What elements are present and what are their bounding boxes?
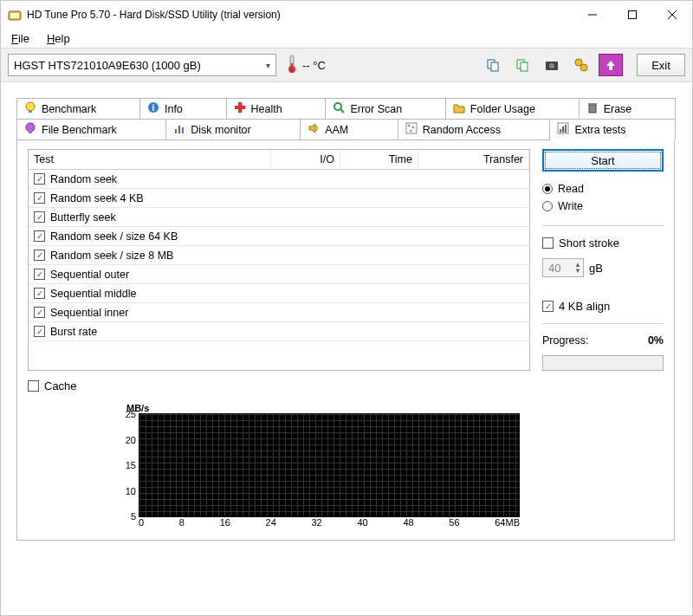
test-label: Random seek / size 8 MB	[50, 250, 173, 262]
cache-checkbox[interactable]: Cache	[28, 379, 664, 392]
menu-help[interactable]: Help	[40, 30, 77, 47]
table-row[interactable]: ✓Random seek / size 8 MB	[29, 246, 529, 265]
svg-rect-26	[588, 103, 597, 105]
close-button[interactable]	[652, 1, 692, 29]
maximize-button[interactable]	[612, 1, 652, 29]
svg-rect-1	[10, 13, 19, 18]
svg-rect-30	[178, 126, 180, 133]
table-row[interactable]: ✓Random seek 4 KB	[29, 189, 529, 208]
svg-point-15	[575, 59, 582, 66]
titlebar: HD Tune Pro 5.70 - Hard Disk/SSD Utility…	[1, 1, 692, 29]
svg-rect-3	[629, 11, 637, 19]
info-icon: i	[147, 101, 159, 116]
checkbox-icon	[28, 380, 39, 392]
svg-point-27	[26, 123, 35, 132]
save-button[interactable]	[599, 54, 623, 76]
tab-info[interactable]: iInfo	[139, 98, 227, 119]
tab-error-scan[interactable]: Error Scan	[325, 98, 445, 119]
column-io[interactable]: I/O	[271, 150, 340, 169]
progress-value: 0%	[648, 334, 664, 347]
tab-disk-monitor[interactable]: Disk monitor	[165, 119, 301, 139]
svg-rect-32	[406, 123, 417, 133]
svg-rect-10	[491, 62, 498, 71]
svg-point-14	[549, 63, 554, 68]
magnifier-icon	[333, 101, 345, 116]
column-test[interactable]: Test	[29, 150, 271, 169]
table-row[interactable]: ✓Butterfly seek	[29, 208, 529, 227]
spinner-arrows-icon: ▲▼	[574, 262, 581, 274]
copy-info-button[interactable]	[481, 53, 505, 77]
progress-bar	[542, 355, 664, 371]
svg-rect-28	[29, 131, 32, 133]
temperature-value: -- °C	[302, 59, 326, 72]
screenshot-button[interactable]	[540, 53, 564, 77]
start-button[interactable]: Start	[542, 149, 664, 172]
short-stroke-checkbox[interactable]: Short stroke	[542, 237, 664, 250]
align-checkbox[interactable]: ✓4 KB align	[542, 300, 664, 313]
menubar: File Help	[1, 29, 692, 48]
table-row[interactable]: ✓Sequential outer	[29, 265, 529, 284]
folder-icon	[453, 101, 465, 116]
checkbox-icon: ✓	[34, 211, 45, 223]
drive-select[interactable]: HGST HTS721010A9E630 (1000 gB) ▾	[8, 54, 276, 76]
speaker-icon	[308, 122, 320, 137]
table-row[interactable]: ✓Sequential inner	[29, 303, 529, 322]
tab-extra-tests[interactable]: Extra tests	[549, 119, 675, 139]
trash-icon	[586, 101, 599, 116]
checkbox-icon: ✓	[34, 269, 45, 280]
svg-point-34	[412, 126, 414, 128]
window-title: HD Tune Pro 5.70 - Hard Disk/SSD Utility…	[27, 9, 573, 21]
svg-point-35	[410, 130, 411, 132]
column-time[interactable]: Time	[340, 150, 418, 169]
dots-icon	[405, 122, 418, 137]
copy-result-button[interactable]	[510, 53, 534, 77]
test-table: Test I/O Time Transfer ✓Random seek✓Rand…	[28, 149, 530, 371]
checkbox-icon: ✓	[34, 230, 45, 242]
options-button[interactable]	[569, 53, 593, 77]
exit-button[interactable]: Exit	[637, 54, 685, 76]
radio-read[interactable]: Read	[542, 180, 664, 198]
svg-rect-29	[175, 129, 177, 133]
chart-bar-icon	[173, 122, 185, 137]
tab-health[interactable]: Health	[226, 98, 327, 119]
table-row[interactable]: ✓Burst rate	[29, 322, 529, 341]
table-row[interactable]: ✓Sequential middle	[29, 284, 529, 303]
test-label: Random seek	[50, 173, 117, 185]
tab-benchmark[interactable]: Benchmark	[16, 98, 140, 119]
checkbox-icon: ✓	[34, 192, 45, 204]
tab-random-access[interactable]: Random Access	[398, 119, 551, 139]
radio-write[interactable]: Write	[542, 198, 664, 215]
svg-point-16	[580, 64, 587, 71]
svg-rect-8	[291, 63, 293, 69]
svg-rect-31	[182, 127, 184, 133]
short-stroke-spinner[interactable]: 40 ▲▼	[542, 258, 584, 277]
tab-erase[interactable]: Erase	[579, 98, 676, 119]
cross-red-icon	[234, 101, 246, 116]
checkbox-icon: ✓	[34, 326, 45, 337]
tab-aam[interactable]: AAM	[300, 119, 398, 139]
drive-select-value: HGST HTS721010A9E630 (1000 gB)	[14, 59, 201, 72]
app-icon	[8, 8, 22, 22]
checkbox-icon: ✓	[34, 307, 45, 318]
tab-file-benchmark[interactable]: File Benchmark	[16, 119, 166, 139]
watermark-icon: ↻	[575, 590, 594, 609]
temperature-display: -- °C	[285, 55, 326, 76]
table-row[interactable]: ✓Random seek	[29, 170, 529, 189]
minimize-button[interactable]	[573, 1, 612, 29]
test-label: Sequential inner	[50, 307, 128, 319]
tab-folder-usage[interactable]: Folder Usage	[445, 98, 580, 119]
table-header: Test I/O Time Transfer	[29, 150, 529, 170]
side-controls: Start Read Write Short stroke 40 ▲▼ gB ✓…	[542, 149, 664, 371]
checkbox-icon	[542, 237, 554, 249]
menu-file[interactable]: File	[4, 30, 36, 47]
chart-green-icon	[557, 122, 569, 137]
table-row[interactable]: ✓Random seek / size 64 KB	[29, 227, 529, 246]
svg-point-23	[334, 103, 341, 110]
svg-rect-22	[235, 106, 245, 109]
short-stroke-unit: gB	[589, 262, 603, 275]
progress-label-row: Progress: 0%	[542, 334, 664, 347]
column-transfer[interactable]: Transfer	[418, 150, 529, 169]
svg-rect-37	[560, 129, 561, 133]
svg-rect-12	[521, 62, 528, 71]
thermometer-icon	[285, 55, 299, 76]
